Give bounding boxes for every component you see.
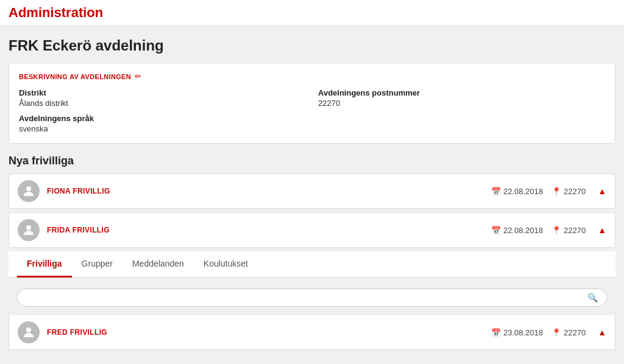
tab-grupper[interactable]: Grupper xyxy=(72,251,122,278)
date-fred: 📅 23.08.2018 xyxy=(491,328,543,337)
new-volunteers-title: Nya frivilliga xyxy=(9,155,615,167)
location-icon-fred: 📍 xyxy=(551,328,561,337)
field-label-distrikt: Distrikt xyxy=(19,88,306,97)
field-distrikt: Distrikt Ålands distrikt xyxy=(19,88,306,108)
expand-icon-fred[interactable]: ▲ xyxy=(598,327,606,337)
info-card-header: BESKRIVNING AV AVDELNINGEN ✏ xyxy=(19,72,605,81)
svg-point-1 xyxy=(26,225,31,230)
info-card: BESKRIVNING AV AVDELNINGEN ✏ Distrikt Ål… xyxy=(9,63,615,144)
search-input-wrap: 🔍 xyxy=(17,289,607,307)
location-icon-fiona: 📍 xyxy=(551,187,561,196)
field-value-postnummer: 22270 xyxy=(318,99,605,108)
field-label-sprak: Avdelningens språk xyxy=(19,114,306,123)
volunteer-item-fiona[interactable]: FIONA FRIVILLIG 📅 22.08.2018 📍 22270 ▲ xyxy=(9,173,615,209)
avatar-fiona xyxy=(18,180,40,202)
field-label-postnummer: Avdelningens postnummer xyxy=(318,88,605,97)
field-postnummer: Avdelningens postnummer 22270 xyxy=(318,88,605,108)
tab-frivilliga[interactable]: Frivilliga xyxy=(17,251,72,278)
search-input[interactable] xyxy=(26,293,587,303)
volunteer-meta-frida: 📅 22.08.2018 📍 22270 ▲ xyxy=(491,225,606,235)
postal-frida: 📍 22270 xyxy=(551,226,586,235)
svg-point-2 xyxy=(26,327,31,332)
search-icon: 🔍 xyxy=(587,293,598,303)
location-icon-frida: 📍 xyxy=(551,226,561,235)
section-label: BESKRIVNING AV AVDELNINGEN xyxy=(19,73,131,80)
page-title: FRK Eckerö avdelning xyxy=(9,37,615,54)
field-empty xyxy=(318,114,605,133)
search-container: 🔍 xyxy=(9,284,615,312)
volunteer-name-fiona: FIONA FRIVILLIG xyxy=(47,187,491,195)
volunteer-meta-fiona: 📅 22.08.2018 📍 22270 ▲ xyxy=(491,186,606,196)
postal-fred: 📍 22270 xyxy=(551,328,586,337)
svg-point-0 xyxy=(26,186,31,191)
edit-icon[interactable]: ✏ xyxy=(135,72,141,81)
tab-koulutukset[interactable]: Koulutukset xyxy=(194,251,258,278)
avatar-fred xyxy=(18,321,40,343)
calendar-icon-fred: 📅 xyxy=(491,328,501,337)
volunteer-item-frida[interactable]: FRIDA FRIVILLIG 📅 22.08.2018 📍 22270 ▲ xyxy=(9,212,615,248)
avatar-frida xyxy=(18,219,40,241)
volunteer-item-fred[interactable]: FRED FRIVILLIG 📅 23.08.2018 📍 22270 ▲ xyxy=(9,315,615,350)
field-value-distrikt: Ålands distrikt xyxy=(19,99,306,108)
volunteer-name-frida: FRIDA FRIVILLIG xyxy=(47,226,491,234)
date-frida: 📅 22.08.2018 xyxy=(491,226,543,235)
info-grid: Distrikt Ålands distrikt Avdelningens po… xyxy=(19,88,605,133)
field-value-sprak: svenska xyxy=(19,124,306,133)
tabs-container: Frivilliga Grupper Meddelanden Koulutuks… xyxy=(9,251,615,278)
tabs: Frivilliga Grupper Meddelanden Koulutuks… xyxy=(17,251,607,277)
postal-fiona: 📍 22270 xyxy=(551,187,586,196)
date-fiona: 📅 22.08.2018 xyxy=(491,187,543,196)
calendar-icon-fiona: 📅 xyxy=(491,187,501,196)
main-content: FRK Eckerö avdelning BESKRIVNING AV AVDE… xyxy=(0,26,624,359)
expand-icon-fiona[interactable]: ▲ xyxy=(598,186,606,196)
volunteer-meta-fred: 📅 23.08.2018 📍 22270 ▲ xyxy=(491,327,606,337)
expand-icon-frida[interactable]: ▲ xyxy=(598,225,606,235)
header: Administration xyxy=(0,0,624,26)
calendar-icon-frida: 📅 xyxy=(491,226,501,235)
volunteer-name-fred: FRED FRIVILLIG xyxy=(47,328,491,337)
header-title: Administration xyxy=(9,5,103,20)
field-sprak: Avdelningens språk svenska xyxy=(19,114,306,133)
tab-meddelanden[interactable]: Meddelanden xyxy=(122,251,194,278)
